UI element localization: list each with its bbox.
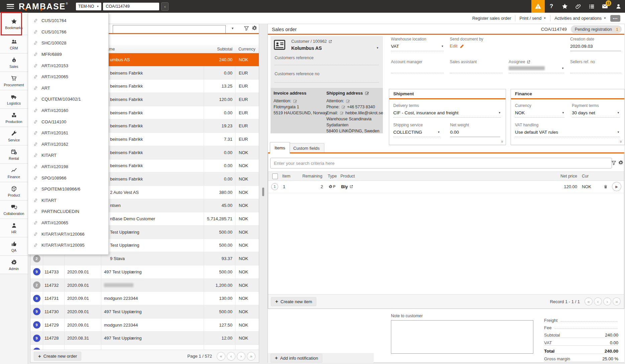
previous-record-button[interactable]: ‹	[594, 297, 602, 306]
sidebar-item-hr[interactable]: HR	[0, 219, 28, 237]
column-header-type[interactable]: Type	[328, 174, 340, 178]
item-row[interactable]: 1 1 2 P Bly 120.00 NOK ▶	[268, 180, 624, 193]
bookmark-item[interactable]: ART	[28, 83, 108, 94]
vat-handling-select[interactable]: Use default VAT rules▼	[515, 130, 620, 135]
column-header-name[interactable]: Name	[101, 45, 204, 53]
tab-items[interactable]: Items	[270, 142, 290, 153]
global-search-input[interactable]	[103, 3, 159, 10]
bookmark-item[interactable]: PARTINCLUDEDIN	[28, 206, 108, 217]
bookmark-item[interactable]: SHC/100028	[28, 37, 108, 49]
items-search-input[interactable]	[270, 158, 612, 168]
activities-operations-button[interactable]: Activities and operations▼	[554, 16, 606, 21]
bookmark-item[interactable]: ART/#120162	[28, 139, 108, 150]
order-row[interactable]: 91147292020.09.01modgunn 223344127.50NOK	[30, 319, 259, 332]
splitter-handle[interactable]	[262, 188, 264, 196]
sidebar-item-production[interactable]: Production	[0, 109, 28, 127]
module-select[interactable]: TEM-NO▼	[76, 3, 101, 10]
register-sales-order-button[interactable]: Register sales order	[472, 16, 511, 21]
bookmark-item[interactable]: ART/#120065	[28, 217, 108, 229]
bookmark-item[interactable]: ART/#120065	[28, 71, 108, 83]
column-header-remaining[interactable]: Remaining	[298, 174, 322, 178]
sidebar-item-service[interactable]: Service	[0, 127, 28, 145]
status-badge[interactable]: Pending registration 1	[571, 25, 622, 33]
shipping-service-select[interactable]: COLLECTING▼	[393, 130, 440, 135]
note-to-customer-textarea[interactable]	[391, 320, 533, 354]
account-manager-field[interactable]	[391, 73, 444, 73]
first-record-button[interactable]: «	[585, 297, 593, 306]
bookmark-item[interactable]: MFR/6889	[28, 49, 108, 60]
bookmark-item[interactable]: KITART	[28, 150, 108, 161]
sidebar-item-logistics[interactable]: Logistics	[0, 90, 28, 109]
alerts-button[interactable]	[531, 0, 545, 13]
bookmark-item[interactable]: ART/#120161	[28, 127, 108, 139]
user-button[interactable]	[612, 0, 625, 13]
tab-custom-fields[interactable]: Custom fields	[289, 143, 324, 153]
bookmark-item[interactable]: KITART	[28, 195, 108, 206]
order-row[interactable]: 91147302020.09.01497 Test Upplæring500.0…	[30, 305, 259, 319]
messages-button[interactable]: 11	[598, 0, 612, 13]
bookmark-item[interactable]: ART/#120160	[28, 105, 108, 116]
bookmark-item[interactable]: KITART/ART/#120066	[28, 228, 108, 240]
assignee-select[interactable]: ▼	[509, 66, 564, 70]
column-header-currency[interactable]: Currency	[235, 45, 259, 53]
edit-icon[interactable]	[340, 111, 344, 115]
edit-icon[interactable]	[365, 91, 369, 95]
customers-reference-no-field[interactable]	[275, 82, 379, 83]
bookmark-item[interactable]: COA/114100	[28, 116, 108, 127]
item-product[interactable]: Bly	[341, 184, 353, 189]
orders-search-input[interactable]	[113, 25, 226, 33]
create-new-item-button[interactable]: +Create new item	[271, 297, 316, 306]
bookmark-item[interactable]: SPOITEM/108966/6	[28, 184, 108, 195]
order-row[interactable]: 21147322020.09.011,200.00NOK	[30, 279, 259, 292]
sidebar-item-finance[interactable]: Finance	[0, 164, 28, 182]
bookmark-item[interactable]: CUS/101764	[28, 15, 108, 26]
column-header-product[interactable]: Product	[340, 174, 355, 178]
column-header-subtotal[interactable]: Subtotal	[204, 45, 235, 53]
back-button[interactable]: ‹	[161, 2, 169, 11]
edit-icon[interactable]	[341, 105, 345, 109]
net-weight-value[interactable]: 0.00	[450, 130, 459, 135]
filter-icon[interactable]	[244, 26, 249, 31]
customer-name[interactable]: Kolumbus AS	[291, 45, 322, 51]
bookmark-item[interactable]: SPO/108966	[28, 172, 108, 184]
external-link-icon[interactable]	[527, 60, 530, 64]
help-button[interactable]: ?	[545, 0, 558, 13]
filter-icon[interactable]	[611, 160, 616, 165]
payment-terms-select[interactable]: 30 days net▼	[572, 110, 620, 115]
sidebar-item-admin[interactable]: Admin	[0, 256, 28, 274]
delivery-terms-select[interactable]: CIF - Cost, insurance and freight▼	[393, 110, 501, 115]
bookmark-item[interactable]: ART/#120153	[28, 60, 108, 71]
sidebar-item-procurement[interactable]: Procurement	[0, 72, 28, 90]
bookmarks-button[interactable]	[558, 0, 571, 13]
settings-gear-icon[interactable]	[618, 160, 624, 165]
sidebar-item-product[interactable]: Product	[0, 182, 28, 201]
previous-page-button[interactable]: ‹	[227, 352, 235, 361]
expand-section-icon[interactable]: »	[619, 140, 624, 143]
edit-icon[interactable]	[293, 99, 297, 103]
hamburger-menu-icon[interactable]	[7, 4, 14, 9]
column-header-item[interactable]: Item	[282, 174, 298, 178]
bookmark-item[interactable]: CUS/101766	[28, 26, 108, 38]
trash-icon[interactable]	[603, 184, 608, 189]
select-all-checkbox[interactable]	[272, 173, 278, 179]
first-page-button[interactable]: «	[217, 352, 225, 361]
external-link-icon[interactable]	[328, 40, 332, 43]
attachments-button[interactable]	[571, 0, 585, 13]
next-record-button[interactable]: ›	[603, 297, 611, 306]
sidebar-item-collaboration[interactable]: Collaboration	[0, 201, 28, 219]
sidebar-item-crm[interactable]: CRM	[0, 35, 28, 53]
sellers-ref-field[interactable]	[570, 73, 621, 73]
customers-reference-field[interactable]	[275, 65, 379, 65]
more-options-button[interactable]: •••	[610, 15, 620, 22]
column-header-net-price[interactable]: Net price	[537, 174, 577, 178]
send-document-edit-link[interactable]: Edit	[450, 43, 464, 48]
sidebar-item-rental[interactable]: $Rental	[0, 145, 28, 164]
order-row[interactable]: 91147282020.08.31497 Test Upplæring12.00…	[30, 332, 259, 345]
column-header-cur[interactable]: Cur	[582, 174, 593, 178]
last-record-button[interactable]: »	[613, 297, 621, 306]
edit-icon[interactable]	[346, 99, 350, 103]
add-info-notification-button[interactable]: +Add info notification	[271, 354, 322, 363]
tasks-button[interactable]	[585, 0, 598, 13]
bookmark-item[interactable]: CQUITEM/103402/1	[28, 94, 108, 105]
bookmark-item[interactable]: KITART/ART/#120095	[28, 240, 108, 251]
